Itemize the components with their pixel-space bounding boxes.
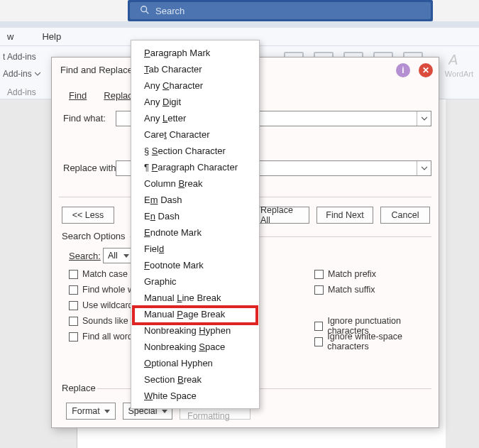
replace-section-heading: Replace — [62, 383, 96, 393]
label-find-what: Find what: — [63, 113, 106, 124]
label-replace-with: Replace with: — [63, 163, 119, 173]
format-button[interactable]: Format — [66, 403, 116, 420]
special-characters-menu: Paragraph MarkTab CharacterAny Character… — [131, 40, 260, 409]
menu-item[interactable]: Section Break — [131, 371, 259, 388]
menu-item[interactable]: Nonbreaking Space — [131, 339, 259, 355]
menu-item[interactable]: Any Character — [131, 77, 259, 94]
check-match-case[interactable]: Match case — [69, 269, 128, 279]
menu-item[interactable]: White Space — [131, 388, 259, 404]
close-icon[interactable]: ✕ — [419, 63, 433, 77]
search-options-heading: Search Options — [62, 231, 126, 241]
help-icon[interactable]: i — [396, 63, 410, 77]
svg-line-1 — [146, 11, 149, 13]
replace-all-button[interactable]: Replace All — [253, 207, 309, 224]
svg-text:A: A — [448, 52, 458, 67]
svg-point-0 — [141, 6, 147, 11]
menu-w[interactable]: w — [7, 31, 13, 42]
band — [0, 21, 479, 28]
ribbon-addins-2[interactable]: Add-ins — [3, 69, 40, 79]
check-ignore-whitespace[interactable]: Ignore white-space characters — [314, 332, 439, 351]
label-search: Search: — [69, 251, 101, 261]
chevron-down-icon — [35, 71, 40, 77]
wordart-button[interactable]: A WordArt — [445, 52, 473, 78]
tab-find[interactable]: Find — [60, 86, 95, 105]
menu-item[interactable]: Manual Line Break — [131, 290, 259, 306]
title-search-bar[interactable]: Search — [128, 0, 433, 21]
search-placeholder: Search — [155, 6, 185, 16]
menu-item[interactable]: Graphic — [131, 273, 259, 290]
chevron-down-icon[interactable] — [417, 111, 431, 126]
menu-item[interactable]: Tab Character — [131, 61, 259, 77]
menu-item[interactable]: Caret Character — [131, 126, 259, 143]
menu-item[interactable]: En Dash — [131, 208, 259, 224]
menu-item[interactable]: Paragraph Mark — [131, 45, 259, 61]
ribbon-addins-1[interactable]: t Add-ins — [3, 52, 36, 62]
less-button[interactable]: << Less — [62, 207, 114, 224]
menu-item[interactable]: ¶ Paragraph Character — [131, 159, 259, 175]
menu-item[interactable]: § Section Character — [131, 143, 259, 159]
check-match-prefix[interactable]: Match prefix — [314, 269, 376, 279]
check-use-wildcards[interactable]: Use wildcards — [69, 300, 138, 310]
check-match-suffix[interactable]: Match suffix — [314, 285, 375, 295]
menu-item[interactable]: Optional Hyphen — [131, 355, 259, 371]
chevron-down-icon[interactable] — [417, 161, 431, 175]
menu-item[interactable]: Endnote Mark — [131, 224, 259, 241]
menu-item[interactable]: Em Dash — [131, 192, 259, 208]
menu-help[interactable]: Help — [42, 31, 61, 42]
find-next-button[interactable]: Find Next — [316, 207, 373, 224]
highlight-box — [132, 305, 258, 325]
menu-item[interactable]: Field — [131, 241, 259, 257]
menu-item[interactable]: Footnote Mark — [131, 257, 259, 273]
cancel-button[interactable]: Cancel — [380, 207, 430, 224]
search-icon — [140, 5, 150, 17]
menu-item[interactable]: Any Letter — [131, 110, 259, 126]
menu-item[interactable]: Column Break — [131, 175, 259, 192]
menu-item[interactable]: Any Digit — [131, 94, 259, 110]
ribbon-group-addins: Add-ins — [7, 87, 36, 97]
